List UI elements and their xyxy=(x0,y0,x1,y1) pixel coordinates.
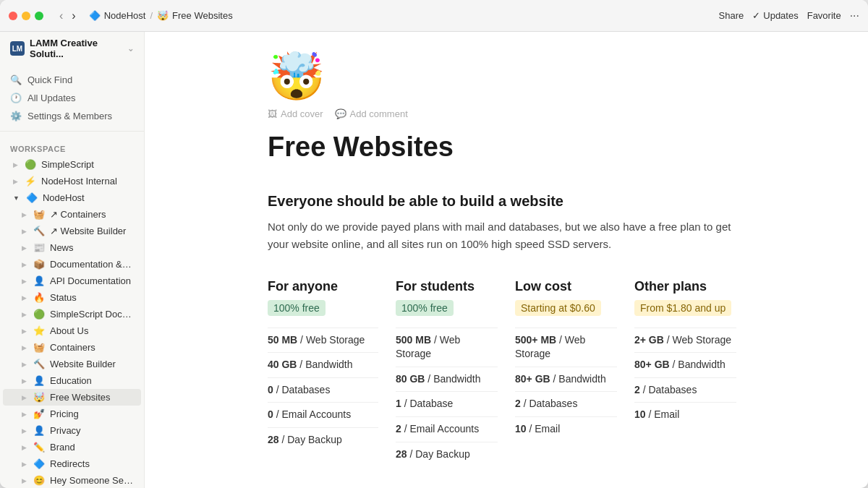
expand-icon: ▶ xyxy=(22,328,27,335)
status-icon: 🔥 xyxy=(33,292,45,303)
page-body: 🤯 🖼 Add cover 💬 Add comment Free Website… xyxy=(224,32,788,488)
updates-button[interactable]: ✓ Updates xyxy=(752,10,798,21)
add-comment-button[interactable]: 💬 Add comment xyxy=(335,108,408,119)
team-name-label: LAMM Creative Soluti... xyxy=(30,38,122,59)
plan-feature: 500+ MB / Web Storage xyxy=(515,328,617,367)
feature-bold: 10 xyxy=(634,408,646,420)
plan-feature: 10 / Email xyxy=(515,416,617,442)
section-text: Not only do we provide payed plans with … xyxy=(268,218,745,253)
feature-bold: 500+ MB xyxy=(515,334,556,346)
feature-bold: 500 MB xyxy=(396,334,431,346)
nav-arrows: ‹ › xyxy=(56,8,79,24)
website-builder-icon: 🔨 xyxy=(33,226,45,236)
minimize-button[interactable] xyxy=(22,12,30,20)
team-name[interactable]: LM LAMM Creative Soluti... ⌄ xyxy=(0,32,144,65)
plan-feature: 28 / Day Backup xyxy=(268,427,378,453)
main-layout: LM LAMM Creative Soluti... ⌄ 🔍 Quick Fin… xyxy=(0,32,868,488)
privacy-label: Privacy xyxy=(50,425,134,436)
plan-feature: 0 / Databases xyxy=(268,377,378,403)
sidebar-item-status[interactable]: ▶ 🔥 Status xyxy=(3,289,141,306)
sidebar-item-containers[interactable]: ▶ 🧺 ↗ Containers xyxy=(3,206,141,223)
favorite-button[interactable]: Favorite xyxy=(807,10,841,21)
sidebar-item-free-websites[interactable]: ▶ 🤯 Free Websites xyxy=(3,389,141,406)
nodehost-icon: 🔷 xyxy=(26,192,38,203)
share-button[interactable]: Share xyxy=(719,10,744,21)
settings-item[interactable]: ⚙️ Settings & Members xyxy=(0,107,144,125)
containers-icon: 🧺 xyxy=(33,209,45,220)
sidebar-item-website-builder[interactable]: ▶ 🔨 ↗ Website Builder xyxy=(3,223,141,239)
website-builder-label: ↗ Website Builder xyxy=(50,226,134,236)
status-label: Status xyxy=(50,292,134,303)
sidebar-item-ss-docs[interactable]: ▶ 🟢 SimpleScript Docu... xyxy=(3,306,141,322)
sidebar: LM LAMM Creative Soluti... ⌄ 🔍 Quick Fin… xyxy=(0,32,145,488)
sidebar-item-about[interactable]: ▶ ⭐ About Us xyxy=(3,322,141,339)
expand-icon: ▶ xyxy=(22,411,27,418)
page-breadcrumb-icon: 🤯 xyxy=(157,10,169,21)
about-icon: ⭐ xyxy=(33,325,45,336)
section-heading: Everyone should be able to build a websi… xyxy=(268,193,745,210)
expand-icon: ▶ xyxy=(22,444,27,451)
quick-find-item[interactable]: 🔍 Quick Find xyxy=(0,71,144,89)
breadcrumb-page-label: Free Websites xyxy=(172,10,233,21)
sidebar-item-docs[interactable]: ▶ 📦 Documentation & H... xyxy=(3,256,141,273)
close-button[interactable] xyxy=(9,12,17,20)
maximize-button[interactable] xyxy=(35,12,43,20)
updates-label: Updates xyxy=(763,10,798,21)
sidebar-item-hey-someone[interactable]: ▶ 😊 Hey Someone Sent ... xyxy=(3,472,141,488)
sidebar-item-nodehost-internal[interactable]: ▶ ⚡ NodeHost Internal xyxy=(3,173,141,189)
simplescript-label: SimpleScript xyxy=(41,159,134,170)
all-updates-item[interactable]: 🕐 All Updates xyxy=(0,89,144,107)
education-label: Education xyxy=(50,375,134,386)
wb2-label: Website Builder xyxy=(50,359,134,369)
sidebar-item-api-docs[interactable]: ▶ 👤 API Documentation xyxy=(3,273,141,289)
sidebar-item-containers2[interactable]: ▶ 🧺 Containers xyxy=(3,339,141,356)
breadcrumb-page[interactable]: 🤯 Free Websites xyxy=(157,10,233,21)
redirects-label: Redirects xyxy=(50,458,134,469)
sidebar-item-simplescript[interactable]: ▶ 🟢 SimpleScript xyxy=(3,156,141,173)
feature-bold: 2 xyxy=(634,384,640,395)
nodehost-internal-icon: ⚡ xyxy=(25,176,36,187)
sidebar-item-news[interactable]: ▶ 📰 News xyxy=(3,239,141,256)
titlebar: ‹ › 🔷 NodeHost / 🤯 Free Websites Share ✓… xyxy=(0,0,868,32)
feature-bold: 80+ GB xyxy=(634,359,670,370)
plan-feature: 2 / Email Accounts xyxy=(396,416,498,442)
plan-feature: 80+ GB / Bandwidth xyxy=(634,352,736,377)
feature-bold: 1 xyxy=(396,398,401,409)
brand-label: Brand xyxy=(50,442,134,453)
breadcrumb-nodehost[interactable]: 🔷 NodeHost xyxy=(89,10,146,21)
free-websites-label: Free Websites xyxy=(50,392,134,403)
clock-icon: 🕐 xyxy=(10,93,22,103)
workspace-section: WORKSPACE ▶ 🟢 SimpleScript ▶ ⚡ NodeHost … xyxy=(0,132,144,488)
more-options-button[interactable]: ··· xyxy=(850,9,859,22)
expand-icon: ▶ xyxy=(22,361,27,368)
expand-icon: ▶ xyxy=(13,161,18,168)
plan-feature: 2 / Databases xyxy=(634,377,736,403)
docs-label: Documentation & H... xyxy=(50,259,134,270)
education-icon: 👤 xyxy=(33,375,45,386)
page-actions: 🖼 Add cover 💬 Add comment xyxy=(268,108,745,119)
sidebar-item-wb2[interactable]: ▶ 🔨 Website Builder xyxy=(3,356,141,372)
updates-check-icon: ✓ xyxy=(752,10,760,21)
add-cover-button[interactable]: 🖼 Add cover xyxy=(268,108,323,119)
containers2-icon: 🧺 xyxy=(33,342,45,353)
plan-feature: 2+ GB / Web Storage xyxy=(634,328,736,353)
all-updates-label: All Updates xyxy=(27,93,75,103)
sidebar-item-education[interactable]: ▶ 👤 Education xyxy=(3,372,141,389)
sidebar-item-pricing[interactable]: ▶ 💅 Pricing xyxy=(3,406,141,422)
simplescript-icon: 🟢 xyxy=(25,159,36,170)
page-icon: 🤯 xyxy=(268,53,745,100)
plan-feature: 40 GB / Bandwidth xyxy=(268,352,378,377)
breadcrumb: 🔷 NodeHost / 🤯 Free Websites xyxy=(89,10,713,21)
containers2-label: Containers xyxy=(50,342,134,353)
hey-someone-label: Hey Someone Sent ... xyxy=(50,475,134,486)
sidebar-item-nodehost[interactable]: ▼ 🔷 NodeHost xyxy=(3,189,141,206)
expand-icon: ▶ xyxy=(22,278,27,285)
sidebar-item-redirects[interactable]: ▶ 🔷 Redirects xyxy=(3,455,141,472)
forward-button[interactable]: › xyxy=(69,8,78,24)
team-icon: LM xyxy=(10,41,25,56)
sidebar-item-privacy[interactable]: ▶ 👤 Privacy xyxy=(3,422,141,439)
sidebar-item-brand[interactable]: ▶ ✏️ Brand xyxy=(3,439,141,455)
expand-icon: ▶ xyxy=(22,377,27,385)
feature-bold: 50 MB xyxy=(268,334,297,346)
back-button[interactable]: ‹ xyxy=(56,8,66,24)
